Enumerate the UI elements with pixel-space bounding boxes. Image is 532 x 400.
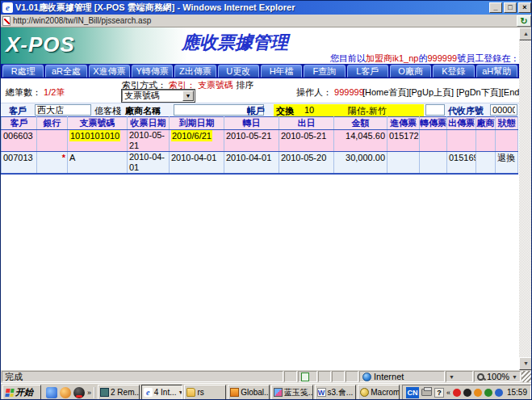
exchange-bank-name: 陽信-新竹 xyxy=(348,105,387,117)
printer-icon[interactable] xyxy=(421,389,432,396)
quick-launch: » xyxy=(44,387,95,398)
help-icon[interactable]: ? xyxy=(434,388,444,398)
menu-help-button[interactable]: aH幫助 xyxy=(476,65,517,78)
exchange-field[interactable]: 交換 10 陽信-新竹 xyxy=(274,104,424,116)
franchise-id: 加盟商ik1_np xyxy=(366,53,418,63)
menu-process-all-button[interactable]: aR全處 xyxy=(45,65,86,78)
filter-row: 客戶 億客棧 廠商名稱 帳戶 交換 10 陽信-新竹 代收序號 xyxy=(1,103,519,116)
employee-id: 999999 xyxy=(427,53,457,63)
record-count-value: 1/2筆 xyxy=(44,87,65,97)
col-vendor: 廠商 xyxy=(476,117,496,130)
system-tray: CN ? « 15:59 xyxy=(402,385,531,400)
taskbar-macromedia-button[interactable]: Macrom... xyxy=(358,385,400,400)
login-text: 您目前以 xyxy=(330,53,366,63)
quicklaunch-messenger-icon[interactable] xyxy=(46,387,57,398)
taskbar-folder-button[interactable]: rs xyxy=(184,385,226,400)
zoom-control[interactable]: 100% ▼ xyxy=(474,371,521,382)
magnifier-icon xyxy=(477,373,484,381)
tray-icon[interactable] xyxy=(474,389,482,397)
menu-transfer-voucher-button[interactable]: Y轉傳票 xyxy=(132,65,173,78)
refresh-go-icon[interactable]: ↻ xyxy=(517,15,531,27)
script-status-icon xyxy=(301,373,309,381)
minimize-button[interactable]: _ xyxy=(489,2,502,13)
account-extra-input[interactable] xyxy=(425,104,445,116)
taskbar-internet-explorer-button[interactable]: e 4 Int... ▼ xyxy=(141,385,183,400)
chevron-down-icon: ▼ xyxy=(178,389,183,395)
menu-modify-button[interactable]: U更改 xyxy=(218,65,259,78)
bank-flag: * xyxy=(37,152,68,175)
index-select-value: 支票號碼 xyxy=(123,91,182,101)
tray-icon[interactable] xyxy=(495,389,503,397)
table-row[interactable]: 006603 1010101010 2010-05-21 2010/6/21 2… xyxy=(2,130,518,152)
app-icon xyxy=(274,388,283,397)
scroll-up-icon[interactable]: ▲ xyxy=(519,27,532,40)
tray-icon[interactable] xyxy=(453,389,461,397)
exchange-code: 10 xyxy=(304,105,314,115)
chevron-down-icon[interactable]: ▼ xyxy=(182,91,194,101)
page-header: X-POS 應收票據管理 您目前以加盟商ik1_np的999999號員工登錄在：… xyxy=(1,27,519,64)
customer-label: 客戶 xyxy=(9,105,27,117)
menu-year-file-button[interactable]: H年檔 xyxy=(261,65,302,78)
customer-code-input[interactable] xyxy=(35,104,91,116)
collection-serial-label: 代收序號 xyxy=(448,105,484,117)
privacy-dropdown[interactable]: ▼ xyxy=(446,371,473,382)
resize-grip[interactable] xyxy=(522,371,532,382)
exchange-label: 交換 xyxy=(276,105,294,117)
task-buttons: 2 Rem... ▼ e 4 Int... ▼ rs Global... 蓝玉笺… xyxy=(98,385,400,400)
quicklaunch-qq-icon[interactable] xyxy=(73,387,85,398)
taskbar-notes-button[interactable]: 蓝玉笺... xyxy=(271,385,313,400)
address-input[interactable] xyxy=(13,15,514,26)
status-badge: 退換 xyxy=(496,152,518,175)
tray-icon[interactable] xyxy=(484,389,492,397)
menu-login-button[interactable]: K登錄 xyxy=(433,65,474,78)
page-title: 應收票據管理 xyxy=(1,31,519,55)
page-content: X-POS 應收票據管理 您目前以加盟商ik1_np的999999號員工登錄在：… xyxy=(1,27,532,370)
vertical-scrollbar[interactable]: ▲ ▼ xyxy=(519,27,532,370)
col-in-voucher: 進傳票 xyxy=(387,117,420,130)
windows-logo-icon xyxy=(5,389,14,397)
col-receive-date: 收票日期 xyxy=(128,117,170,130)
tray-collapse-icon[interactable]: « xyxy=(446,389,450,397)
start-button[interactable]: 开始 xyxy=(2,385,41,400)
collection-serial-input[interactable] xyxy=(490,104,517,116)
col-out-date: 出日 xyxy=(279,117,334,130)
account-label: 帳戶 xyxy=(247,105,265,117)
table-header-row: 客戶 銀行 支票號碼 收票日期 到期日期 轉日 出日 金額 進傳票 轉傳票 出傳… xyxy=(2,117,518,130)
scroll-down-icon[interactable]: ▼ xyxy=(519,357,532,370)
highlighted-check-number: 1010101010 xyxy=(69,130,120,141)
col-bank: 銀行 xyxy=(37,117,68,130)
menu-vendor-button[interactable]: O廠商 xyxy=(390,65,431,78)
tray-qq-icon[interactable] xyxy=(463,389,471,397)
operator: 操作人： 999999 xyxy=(296,86,364,99)
menu-query-button[interactable]: F查詢 xyxy=(304,65,345,78)
quicklaunch-app-icon[interactable] xyxy=(60,387,71,398)
language-indicator[interactable]: CN xyxy=(406,387,419,398)
taskbar-remote-desktop-button[interactable]: 2 Rem... ▼ xyxy=(98,385,140,400)
menu-process-button[interactable]: R處理 xyxy=(2,65,44,78)
ie-icon: e xyxy=(144,388,153,397)
app-icon xyxy=(230,388,239,397)
taskbar-word-doc-button[interactable]: W s3.會... xyxy=(315,385,357,400)
chevron-down-icon: ▼ xyxy=(512,374,517,380)
taskbar-global-button[interactable]: Global... xyxy=(228,385,270,400)
window-title: V1.01應收票據管理 [X-POS 雲端商務網] - Windows Inte… xyxy=(15,2,489,14)
maximize-button[interactable]: □ xyxy=(504,2,517,13)
col-amount: 金額 xyxy=(334,117,387,130)
info-row: 總筆數： 1/2筆 索引方式： 索引： 支票號碼 排序 支票號碼 ▼ 操作人： … xyxy=(1,78,519,103)
menu-out-voucher-button[interactable]: Z出傳票 xyxy=(174,65,216,78)
status-text: 完成 xyxy=(2,371,283,382)
clock[interactable]: 15:59 xyxy=(505,388,527,397)
menu-in-voucher-button[interactable]: X進傳票 xyxy=(89,65,130,78)
close-button[interactable]: × xyxy=(518,2,531,13)
zone-label: Internet xyxy=(374,372,404,381)
word-icon: W xyxy=(317,388,326,397)
taskbar: 开始 » 2 Rem... ▼ e 4 Int... ▼ rs xyxy=(1,383,532,400)
browser-window: e V1.01應收票據管理 [X-POS 雲端商務網] - Windows In… xyxy=(0,0,532,400)
quicklaunch-more-icon[interactable]: » xyxy=(87,389,91,397)
index-select[interactable]: 支票號碼 ▼ xyxy=(122,90,195,102)
menu-customer-button[interactable]: L客戶 xyxy=(347,65,388,78)
table-row[interactable]: 007013 * A 2010-04-01 2010-04-01 2010-04… xyxy=(2,152,518,175)
macromedia-icon xyxy=(360,388,369,397)
highlighted-due-date: 2010/6/21 xyxy=(171,130,212,141)
address-bar: ↻ xyxy=(1,15,532,27)
